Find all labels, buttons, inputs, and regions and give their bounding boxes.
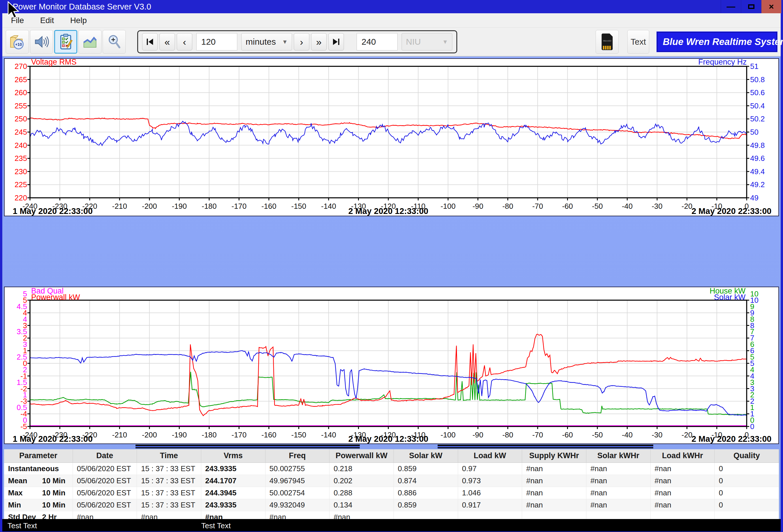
svg-text:-40: -40 [622, 202, 633, 211]
svg-text:255: 255 [15, 101, 27, 110]
column-header[interactable]: Load kW [458, 449, 522, 463]
table-row[interactable]: Instantaneous05/06/2020 EST15 : 37 : 33 … [4, 463, 779, 475]
column-header[interactable]: Quality [715, 449, 779, 463]
svg-text:-180: -180 [201, 431, 217, 439]
column-header[interactable]: Solar kWHr [586, 449, 650, 463]
maximize-button[interactable] [741, 0, 761, 13]
column-header[interactable]: Solar kW [394, 449, 458, 463]
svg-text:250: 250 [15, 115, 27, 123]
niu-select[interactable]: NIU▼ [402, 33, 452, 51]
menu-bar: File Edit Help [2, 13, 781, 28]
chevron-down-icon: ▼ [442, 39, 448, 45]
power-chart: -240-230-220-210-200-190-180-170-160-150… [5, 287, 778, 443]
skip-to-start-button[interactable] [142, 33, 158, 51]
svg-text:Voltage RMS: Voltage RMS [31, 59, 77, 66]
scrollbar-segment[interactable] [135, 445, 360, 448]
zoom-in-icon [105, 33, 123, 51]
column-header[interactable]: Freq [265, 449, 330, 463]
sd-card-icon: MicroSD [599, 32, 615, 51]
time-navigation-group: « ‹ minutes▼ › » NIU▼ [137, 30, 457, 53]
workspace: -240-230-220-210-200-190-180-170-160-150… [2, 57, 781, 519]
skip-start-icon [146, 37, 154, 46]
column-header[interactable]: Date [73, 449, 137, 463]
svg-text:-140: -140 [321, 202, 336, 211]
svg-text:3: 3 [750, 378, 754, 387]
svg-text:5: 5 [23, 289, 27, 298]
brand-label: Blue Wren Realtime Systems [663, 36, 783, 47]
svg-text:50.8: 50.8 [750, 75, 765, 84]
speaker-icon [33, 33, 50, 51]
svg-text:-20: -20 [682, 202, 692, 211]
column-header[interactable]: Parameter [4, 449, 73, 463]
column-header[interactable]: Powerwall kW [330, 449, 394, 463]
svg-text:6: 6 [750, 340, 754, 349]
svg-text:1.5: 1.5 [17, 378, 27, 387]
svg-text:2 May 2020 22:33:00: 2 May 2020 22:33:00 [692, 434, 772, 443]
skip-to-end-button[interactable] [328, 33, 344, 51]
svg-text:50.4: 50.4 [750, 101, 765, 110]
checklist-icon [57, 33, 74, 51]
forward-button[interactable]: › [294, 33, 309, 51]
chart-button[interactable] [79, 30, 101, 54]
svg-text:Powerwall kW: Powerwall kW [31, 293, 80, 302]
svg-text:50.2: 50.2 [750, 115, 765, 123]
svg-text:-50: -50 [592, 431, 603, 439]
close-button[interactable]: × [761, 0, 781, 13]
back-button[interactable]: ‹ [177, 33, 192, 51]
column-header[interactable]: Supply KWHr [522, 449, 586, 463]
menu-edit[interactable]: Edit [40, 16, 54, 25]
svg-text:-170: -170 [231, 431, 247, 439]
svg-text:2: 2 [750, 390, 754, 399]
svg-text:Solar kW: Solar kW [714, 293, 746, 302]
svg-text:3.5: 3.5 [17, 327, 27, 336]
minimize-button[interactable]: — [721, 0, 741, 13]
zoom-button[interactable] [103, 30, 126, 54]
column-header[interactable]: Time [137, 449, 201, 463]
text-button[interactable]: Text [627, 30, 649, 54]
svg-text:-30: -30 [652, 202, 662, 211]
svg-text:245: 245 [15, 128, 27, 136]
svg-text:2: 2 [23, 365, 27, 374]
svg-text:49.4: 49.4 [750, 167, 765, 176]
back-fast-button[interactable]: « [159, 33, 175, 51]
window-body: File Edit Help +10 [0, 13, 783, 532]
svg-text:0: 0 [750, 416, 754, 425]
svg-text:0.5: 0.5 [17, 403, 27, 412]
toolbar: +10 [2, 28, 781, 57]
power-chart-panel: -240-230-220-210-200-190-180-170-160-150… [4, 287, 779, 444]
column-header[interactable]: Vrms [201, 449, 265, 463]
svg-text:49.6: 49.6 [750, 154, 765, 163]
forward-fast-icon: » [316, 36, 322, 48]
svg-text:-90: -90 [472, 431, 483, 439]
menu-help[interactable]: Help [70, 16, 87, 25]
svg-text:9: 9 [750, 302, 754, 311]
column-header[interactable]: Load kWHr [650, 449, 715, 463]
svg-text:270: 270 [15, 62, 27, 71]
svg-text:1 May 2020 22:33:00: 1 May 2020 22:33:00 [13, 207, 93, 216]
svg-text:235: 235 [15, 154, 27, 163]
svg-text:Frequency Hz: Frequency Hz [698, 59, 747, 66]
table-row[interactable]: Min10 Min05/06/2020 EST15 : 37 : 33 EST2… [4, 499, 779, 511]
svg-text:2 May 2020 22:33:00: 2 May 2020 22:33:00 [692, 207, 772, 216]
open-folder-button[interactable]: +10 [6, 30, 29, 54]
mouse-cursor-icon [7, 1, 21, 19]
table-row[interactable]: Max10 Min05/06/2020 EST15 : 37 : 33 EST2… [4, 487, 779, 499]
svg-text:-210: -210 [112, 431, 127, 439]
svg-text:-90: -90 [472, 202, 483, 211]
svg-text:-150: -150 [291, 431, 306, 439]
svg-text:4: 4 [750, 365, 754, 374]
svg-text:49.2: 49.2 [750, 180, 765, 189]
svg-text:-30: -30 [652, 431, 662, 439]
sd-card-button[interactable]: MicroSD [596, 30, 619, 54]
table-row[interactable]: Mean10 Min05/06/2020 EST15 : 37 : 33 EST… [4, 475, 779, 487]
window-length-input[interactable] [196, 33, 237, 51]
units-select[interactable]: minutes▼ [241, 33, 292, 51]
svg-text:240: 240 [15, 141, 27, 150]
checklist-button[interactable] [54, 30, 77, 54]
scrollbar-segment[interactable] [438, 445, 653, 448]
audio-button[interactable] [30, 30, 53, 54]
status-text-center: Test Text [201, 521, 231, 530]
svg-text:49: 49 [750, 193, 758, 202]
offset-input[interactable] [356, 33, 398, 51]
forward-fast-button[interactable]: » [311, 33, 326, 51]
